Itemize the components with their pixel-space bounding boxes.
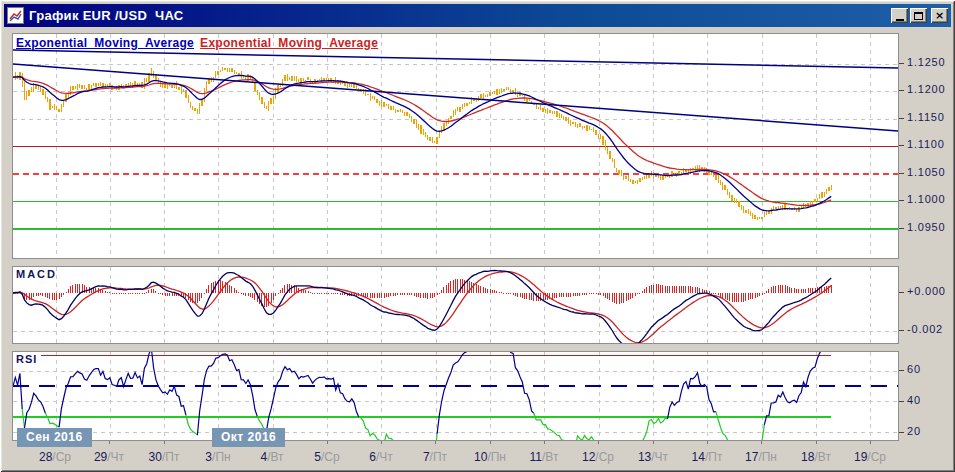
date-tick xyxy=(109,441,110,444)
ema-legend: Exponential_Moving_AverageExponential_Mo… xyxy=(16,36,378,50)
date-tick xyxy=(816,441,817,444)
date-label: 5/Ср xyxy=(314,450,339,464)
date-tick xyxy=(761,441,762,444)
axis-tick-label: -0.002 xyxy=(907,323,943,335)
date-label: 30/Пт xyxy=(149,450,180,464)
axis-tick xyxy=(899,330,904,331)
date-tick xyxy=(164,441,165,444)
rsi-label: RSI xyxy=(16,353,37,365)
axis-tick-label: 1.1150 xyxy=(907,111,945,123)
axis-tick xyxy=(899,145,904,146)
maximize-icon xyxy=(914,12,923,20)
date-tick xyxy=(598,441,599,444)
axis-tick xyxy=(899,173,904,174)
axis-tick xyxy=(899,228,904,229)
date-label: 4/Вт xyxy=(260,450,283,464)
rsi-chart-canvas xyxy=(13,352,898,440)
date-label: 10/Пн xyxy=(474,450,506,464)
axis-tick-label: 1.1100 xyxy=(907,138,945,150)
minimize-icon xyxy=(896,19,904,21)
close-icon: × xyxy=(935,9,944,22)
axis-tick-label: 40 xyxy=(907,394,921,406)
date-tick xyxy=(435,441,436,444)
ema-slow-legend-label[interactable]: Exponential_Moving_Average xyxy=(200,36,378,50)
macd-label: MACD xyxy=(16,268,57,280)
date-label: 14/Пт xyxy=(692,450,723,464)
axis-tick-label: 60 xyxy=(907,363,921,375)
title-bar[interactable]: График EUR /USD ЧАС × xyxy=(4,4,951,27)
axis-tick xyxy=(899,118,904,119)
axis-tick xyxy=(899,401,904,402)
date-tick xyxy=(490,441,491,444)
chart-icon xyxy=(7,7,24,24)
maximize-button[interactable] xyxy=(910,8,927,23)
date-label: 6/Чт xyxy=(369,450,393,464)
price-chart-panel[interactable]: Exponential_Moving_AverageExponential_Mo… xyxy=(12,33,899,259)
date-tick xyxy=(544,441,545,444)
axis-tick xyxy=(899,200,904,201)
axis-tick xyxy=(899,292,904,293)
macd-indicator-panel[interactable]: MACD xyxy=(12,266,899,344)
rsi-axis: 604020 xyxy=(899,351,955,441)
axis-tick-label: 1.1050 xyxy=(907,166,945,178)
date-label: 17/Пн xyxy=(745,450,777,464)
date-label: 3/Пн xyxy=(205,450,230,464)
date-tick xyxy=(653,441,654,444)
window-title: График EUR /USD ЧАС xyxy=(29,8,889,23)
axis-tick-label: +0.000 xyxy=(907,285,946,297)
price-chart-canvas xyxy=(13,34,898,258)
axis-tick-label: 1.1250 xyxy=(907,56,945,68)
date-label: 19/Ср xyxy=(854,450,886,464)
date-label: 12/Ср xyxy=(582,450,614,464)
date-tick xyxy=(381,441,382,444)
rsi-indicator-panel[interactable]: RSI xyxy=(12,351,899,441)
date-tick xyxy=(327,441,328,444)
axis-tick xyxy=(899,370,904,371)
chart-window: График EUR /USD ЧАС × Exponential_Moving… xyxy=(0,0,955,472)
month-badge: Сен 2016 xyxy=(17,428,92,447)
ema-fast-legend-label[interactable]: Exponential_Moving_Average xyxy=(16,36,194,50)
close-button[interactable]: × xyxy=(931,8,948,23)
axis-tick-label: 1.1000 xyxy=(907,193,945,205)
date-label: 7/Пт xyxy=(423,450,447,464)
axis-tick-label: 1.0950 xyxy=(907,221,945,233)
date-tick xyxy=(707,441,708,444)
axis-tick xyxy=(899,63,904,64)
axis-tick-label: 1.1200 xyxy=(907,83,945,95)
axis-tick-label: 20 xyxy=(907,425,921,437)
date-tick xyxy=(870,441,871,444)
date-label: 28/Ср xyxy=(39,450,71,464)
macd-chart-canvas xyxy=(13,267,898,343)
axis-tick xyxy=(899,90,904,91)
macd-axis: +0.000-0.002 xyxy=(899,266,955,344)
axis-tick xyxy=(899,432,904,433)
month-badge: Окт 2016 xyxy=(212,428,285,447)
date-label: 13/Чт xyxy=(638,450,668,464)
date-label: 29/Чт xyxy=(94,450,124,464)
minimize-button[interactable] xyxy=(891,8,908,23)
date-label: 11/Вт xyxy=(530,450,559,464)
date-axis: 28/Ср29/Чт30/Пт3/Пн4/Вт5/Ср6/Чт7/Пт10/Пн… xyxy=(12,441,899,467)
price-axis: 1.12501.12001.11501.11001.10501.10001.09… xyxy=(899,33,955,259)
date-label: 18/Вт xyxy=(801,450,831,464)
